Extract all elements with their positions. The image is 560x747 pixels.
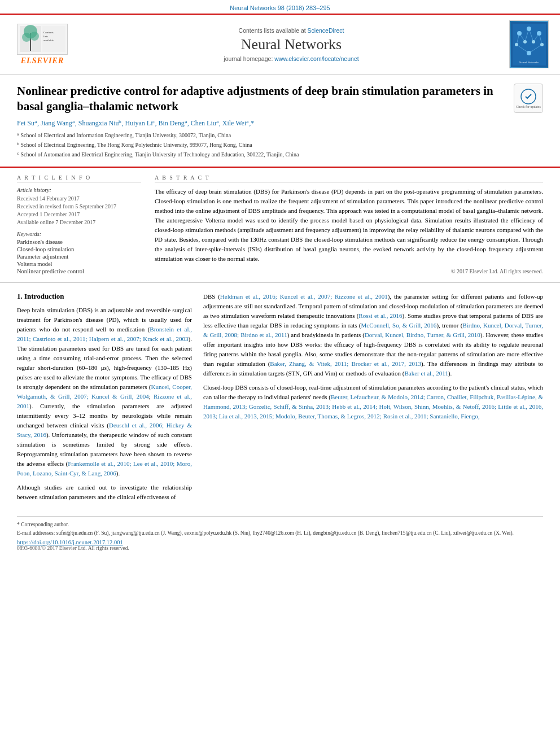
authors-line: Fei Suᵃ, Jiang Wangᵃ, Shuangxia Niuᵇ, Hu… — [17, 119, 543, 128]
affiliations-block: ᵃ School of Electrical and Information E… — [17, 131, 543, 159]
article-info-label: A R T I C L E I N F O — [17, 174, 141, 182]
keyword-4: Volterra model — [17, 261, 141, 267]
email-values: sufei@tju.edu.cn (F. Su), jiangwang@tju.… — [56, 530, 514, 536]
check-for-updates-badge: Check for updates — [514, 84, 543, 113]
journal-header: Contents lists available ELSEVIER Conten… — [0, 14, 560, 75]
svg-text:lists: lists — [43, 35, 48, 38]
check-for-updates-icon — [520, 88, 537, 105]
available-date: Available online 7 December 2017 — [17, 219, 141, 225]
journal-reference: Neural Networks 98 (2018) 283–295 — [0, 0, 560, 14]
affiliation-a: ᵃ School of Electrical and Information E… — [17, 131, 543, 139]
copyright-line: © 2017 Elsevier Ltd. All rights reserved… — [155, 268, 543, 274]
journal-cover-thumbnail: Neural Networks — [509, 20, 549, 68]
keyword-5: Nonlinear predictive control — [17, 268, 141, 274]
ref-deuschl[interactable]: Deuschl et al., 2006; Hickey & Stacy, 20… — [17, 422, 192, 438]
page-container: Neural Networks 98 (2018) 283–295 Conten… — [0, 0, 560, 553]
article-title: Nonlinear predictive control for adaptiv… — [17, 84, 505, 115]
svg-point-4 — [22, 33, 31, 42]
article-title-row: Nonlinear predictive control for adaptiv… — [17, 84, 543, 115]
article-info-column: A R T I C L E I N F O Article history: R… — [17, 174, 141, 276]
ref-frankemolle[interactable]: Frankemolle et al., 2010; Lee et al., 20… — [17, 460, 192, 477]
ref-mcconnell[interactable]: McConnell, So, & Grill, 2016 — [361, 322, 437, 329]
journal-title-block: Contents lists available at ScienceDirec… — [85, 27, 498, 62]
journal-name: Neural Networks — [85, 36, 498, 53]
elsevier-logo-svg: Contents lists available — [19, 25, 67, 53]
journal-homepage-link[interactable]: www.elsevier.com/locate/neunet — [274, 55, 358, 62]
keywords-label: Keywords: — [17, 231, 141, 237]
affiliation-b: ᵇ School of Electrical Engineering, The … — [17, 141, 543, 149]
issn-copyright: 0893-6080/© 2017 Elsevier Ltd. All right… — [17, 545, 543, 551]
cover-image: Neural Networks — [511, 22, 548, 67]
elsevier-tree-logo: Contents lists available — [17, 24, 68, 55]
introduction-heading: 1. Introduction — [17, 292, 192, 301]
elsevier-wordmark: ELSEVIER — [21, 56, 64, 65]
check-updates-label: Check for updates — [516, 105, 541, 108]
ref-rossi[interactable]: Rossi et al., 2016 — [358, 312, 402, 319]
ref-dorval[interactable]: Dorval, Kuncel, Birdno, Turner, & Grill,… — [365, 331, 480, 338]
right-paragraph-1: DBS (Heldman et al., 2016; Kuncel et al.… — [203, 292, 543, 378]
history-label: Article history: — [17, 187, 141, 193]
ref-heldman[interactable]: Heldman et al., 2016; Kuncel et al., 200… — [220, 293, 388, 300]
right-paragraph-2: Closed-loop DBS consists of closed-loop,… — [203, 383, 543, 421]
keyword-1: Parkinson's disease — [17, 239, 141, 245]
email-label: E-mail addresses: — [17, 530, 55, 536]
journal-homepage: journal homepage: www.elsevier.com/locat… — [85, 55, 498, 62]
ref-baker[interactable]: Baker, Zhang, & Vitek, 2011; Brocker et … — [270, 360, 421, 367]
svg-text:Neural Networks: Neural Networks — [519, 61, 538, 64]
footer-section: * Corresponding author. E-mail addresses… — [17, 516, 543, 554]
and-text: and — [291, 331, 300, 338]
email-addresses-note: E-mail addresses: sufei@tju.edu.cn (F. S… — [17, 530, 543, 537]
keyword-3: Parameter adjustment — [17, 254, 141, 260]
keyword-2: Closed-loop stimulation — [17, 246, 141, 252]
svg-text:Contents: Contents — [43, 31, 54, 34]
doi-link[interactable]: https://doi.org/10.1016/j.neunet.2017.12… — [17, 539, 543, 545]
corresponding-author-note: * Corresponding author. — [17, 521, 543, 528]
svg-point-5 — [30, 32, 39, 41]
right-column: DBS (Heldman et al., 2016; Kuncel et al.… — [203, 292, 543, 507]
ref-baker-2011[interactable]: Baker et al., 2011 — [404, 370, 448, 377]
abstract-column: A B S T R A C T The efficacy of deep bra… — [155, 174, 543, 276]
article-info-abstract-section: A R T I C L E I N F O Article history: R… — [0, 168, 560, 283]
left-column: 1. Introduction Deep brain stimulation (… — [17, 292, 192, 507]
elsevier-logo-block: Contents lists available ELSEVIER — [11, 24, 73, 65]
journal-ref-link[interactable]: Neural Networks 98 (2018) 283–295 — [230, 5, 330, 11]
contents-available-line: Contents lists available at ScienceDirec… — [85, 27, 498, 34]
keywords-section: Keywords: Parkinson's disease Closed-loo… — [17, 231, 141, 274]
science-direct-link[interactable]: ScienceDirect — [308, 27, 344, 34]
accepted-date: Accepted 1 December 2017 — [17, 211, 141, 217]
intro-paragraph-1: Deep brain stimulation (DBS) is an adjus… — [17, 305, 192, 479]
svg-text:available: available — [43, 39, 54, 42]
received-revised-date: Received in revised form 5 September 201… — [17, 203, 141, 209]
abstract-text: The efficacy of deep brain stimulation (… — [155, 187, 543, 264]
ref-bronstein[interactable]: Bronstein et al., 2011; Castrioto et al.… — [17, 326, 192, 342]
article-title-section: Nonlinear predictive control for adaptiv… — [0, 75, 560, 168]
abstract-label: A B S T R A C T — [155, 174, 543, 182]
ref-beuter[interactable]: Beuter, Lefaucheur, & Modolo, 2014; Carr… — [203, 394, 543, 420]
intro-paragraph-2: Although studies are carried out to inve… — [17, 483, 192, 502]
received-date: Received 14 February 2017 — [17, 195, 141, 202]
main-body: 1. Introduction Deep brain stimulation (… — [0, 283, 560, 516]
affiliation-c: ᶜ School of Automation and Electrical En… — [17, 150, 543, 159]
